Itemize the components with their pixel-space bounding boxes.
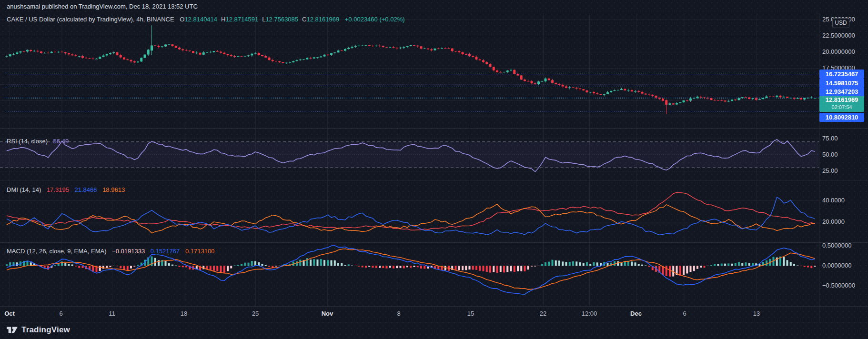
rsi-scale-tick: 25.00 xyxy=(822,167,838,175)
ohlc-values: O12.8140414H12.8714591L12.7563085C12.816… xyxy=(176,16,339,23)
publisher-bar: anushsamal published on TradingView.com,… xyxy=(0,0,868,13)
time-axis-tick: 8 xyxy=(397,310,400,317)
time-axis-tick: Dec xyxy=(630,310,642,317)
current-price-value: 12.8161969 xyxy=(819,96,864,104)
time-axis-tick: 22 xyxy=(540,310,546,317)
price-scale-tick: 22.5000000 xyxy=(822,32,855,40)
price-level-label: 14.5981075 xyxy=(819,79,864,88)
tradingview-logo-icon xyxy=(6,325,18,335)
tradingview-brand-text: TradingView xyxy=(21,325,70,335)
price-level-label: 16.7235467 xyxy=(819,70,864,79)
dmi-value-minus-di: 18.9613 xyxy=(102,186,125,193)
rsi-scale-tick: 50.00 xyxy=(822,151,838,159)
price-scale-tick: 20.0000000 xyxy=(822,48,855,56)
time-axis-tick: 6 xyxy=(683,310,686,317)
symbol-legend[interactable]: CAKE / US Dollar (calculated by TradingV… xyxy=(7,16,405,23)
macd-histogram-value: −0.0191333 xyxy=(112,248,145,255)
rsi-value: 56.49 xyxy=(53,138,69,145)
macd-scale-tick: 0.0000000 xyxy=(822,262,851,269)
dmi-scale-tick: 40.0000 xyxy=(822,197,845,204)
current-price-label: 12.8161969 02:07:54 xyxy=(819,96,864,112)
macd-scale-tick: 0.5000000 xyxy=(822,242,851,249)
macd-signal-value: 0.1713100 xyxy=(185,248,214,255)
time-axis-tick: 15 xyxy=(467,310,474,317)
time-axis-tick: 18 xyxy=(181,310,187,317)
rsi-legend[interactable]: RSI (14, close) 56.49 xyxy=(7,138,69,145)
time-axis-tick: 11 xyxy=(109,310,115,317)
time-axis-tick: Nov xyxy=(322,310,333,317)
tradingview-brand-link[interactable]: TradingView xyxy=(6,325,70,335)
macd-scale-tick: −0.5000000 xyxy=(822,282,855,289)
bar-countdown: 02:07:54 xyxy=(819,104,864,110)
dmi-value-plus-di: 21.8466 xyxy=(75,186,97,193)
ohlc-value: 12.8140414 xyxy=(184,16,217,23)
chart-canvas[interactable] xyxy=(0,0,868,339)
time-axis-tick: 13 xyxy=(753,310,760,317)
time-axis[interactable] xyxy=(0,306,819,322)
symbol-title: CAKE / US Dollar (calculated by TradingV… xyxy=(7,16,174,23)
ohlc-value: 12.8161969 xyxy=(306,16,339,23)
ohlc-value: 12.7563085 xyxy=(265,16,298,23)
dmi-scale-tick: 20.0000 xyxy=(822,218,845,226)
currency-toggle-button[interactable]: USD xyxy=(832,18,849,28)
change-value: +0.0023460 (+0.02%) xyxy=(345,16,405,23)
macd-legend[interactable]: MACD (12, 26, close, 9, EMA, EMA) −0.019… xyxy=(7,248,214,255)
time-axis-tick: 25 xyxy=(252,310,259,317)
tradingview-published-chart: anushsamal published on TradingView.com,… xyxy=(0,0,868,339)
ohlc-value: 12.8714591 xyxy=(225,16,258,23)
macd-line-value: 0.1521767 xyxy=(151,248,180,255)
publisher-text: anushsamal published on TradingView.com,… xyxy=(7,3,198,10)
dmi-legend[interactable]: DMI (14, 14) 17.3195 21.8466 18.9613 xyxy=(7,186,125,193)
price-level-label: 12.9347203 xyxy=(819,87,864,96)
rsi-title: RSI (14, close) xyxy=(7,138,48,145)
time-axis-tick: 6 xyxy=(59,310,62,317)
macd-title: MACD (12, 26, close, 9, EMA, EMA) xyxy=(7,248,107,255)
time-axis-tick: 12:00 xyxy=(582,310,597,317)
rsi-scale-tick: 75.00 xyxy=(822,135,838,142)
dmi-value-adx: 17.3195 xyxy=(47,186,69,193)
time-axis-tick: Oct xyxy=(4,310,15,317)
dmi-title: DMI (14, 14) xyxy=(7,186,41,193)
price-level-label: 10.8092810 xyxy=(819,113,864,122)
ohlc-label: O xyxy=(180,16,184,23)
